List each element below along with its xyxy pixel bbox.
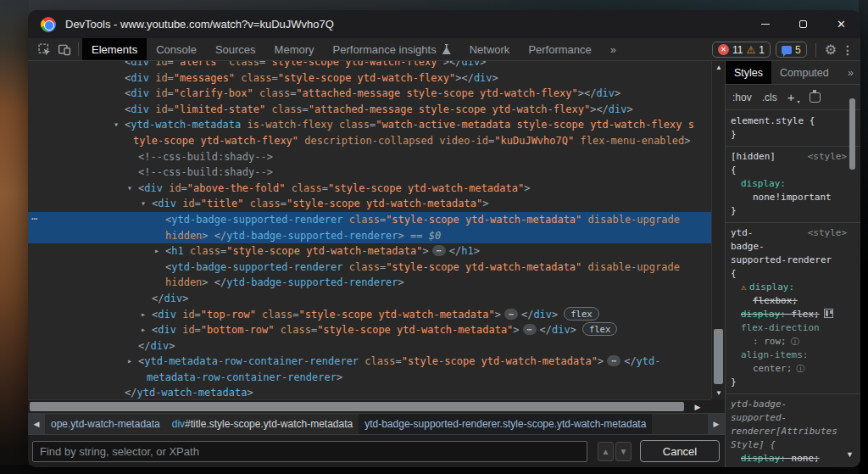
new-style-rule-button[interactable]: + [787, 90, 795, 104]
dom-tree-node[interactable]: <div id="alerts" class="style-scope ytd-… [28, 61, 711, 70]
breadcrumb-item[interactable]: ytd-badge-supported-renderer.style-scope… [359, 414, 652, 434]
styles-scrollbar[interactable] [849, 95, 856, 180]
expand-arrow-icon[interactable]: ▸ [141, 307, 146, 323]
styles-tab-styles[interactable]: Styles [726, 61, 771, 84]
style-rule-line[interactable]: : row;ⓘ [726, 335, 860, 349]
close-button[interactable]: ✕ [822, 10, 860, 38]
dom-tree-node[interactable]: tyle-scope ytd-watch-flexy" description-… [28, 133, 711, 149]
dom-tree-node[interactable]: <ytd-badge-supported-renderer class="sty… [28, 259, 711, 276]
styles-tab-more[interactable]: » [841, 61, 860, 84]
expand-arrow-icon[interactable]: ▸ [127, 354, 132, 370]
toggle-element-state-button[interactable]: :hov [732, 92, 752, 103]
style-rule-line[interactable]: align-items: [726, 349, 860, 362]
vertical-scrollbar-thumb[interactable] [714, 329, 723, 384]
more-options-icon[interactable]: ⋮ [842, 44, 854, 56]
dom-tree-node[interactable]: ▾<div id="above-the-fold" class="style-s… [28, 181, 711, 197]
horizontal-scrollbar[interactable]: ▶ [28, 399, 725, 413]
breadcrumb-scroll-left-icon[interactable]: ◀ [28, 414, 45, 434]
inspect-element-button[interactable] [34, 40, 54, 59]
style-rule-line[interactable]: badge- [726, 240, 860, 254]
maximize-button[interactable] [784, 10, 822, 38]
tab-performance[interactable]: Performance [519, 38, 600, 60]
dom-tree-node[interactable]: </div> [28, 338, 711, 354]
breadcrumb-item[interactable]: div#title.style-scope.ytd-watch-metadata [166, 414, 359, 434]
style-rule-line[interactable]: } [726, 204, 860, 218]
style-rule-line[interactable]: display: [726, 177, 860, 191]
dom-tree-node[interactable]: ▸<h1 class="style-scope ytd-watch-metada… [28, 243, 711, 259]
dom-tree-node[interactable]: <div id="limited-state" class="attached-… [28, 102, 711, 118]
collapse-arrow-icon[interactable]: ▾ [127, 181, 132, 197]
style-rule-line[interactable]: { [726, 164, 860, 177]
minimize-button[interactable] [746, 10, 784, 38]
search-previous-button[interactable]: ▲ [598, 442, 614, 461]
tab-elements[interactable]: Elements [82, 38, 147, 60]
scroll-up-icon[interactable]: ▲ [712, 64, 726, 71]
styles-scrollbar-thumb[interactable] [849, 98, 855, 170]
collapse-arrow-icon[interactable]: ▾ [114, 117, 119, 133]
style-rule-line[interactable]: flexbox; [726, 294, 860, 308]
dom-tree-node[interactable]: ▸<div id="top-row" class="style-scope yt… [28, 307, 711, 323]
dom-tree-node[interactable]: ▾<div id="title" class="style-scope ytd-… [28, 196, 711, 212]
expand-arrow-icon[interactable]: ▸ [141, 322, 146, 338]
dom-tree-node[interactable]: hidden> </ytd-badge-supported-renderer> … [28, 228, 711, 244]
device-toolbar-button[interactable] [54, 40, 75, 59]
style-rule-line[interactable]: display: none; [726, 452, 860, 466]
expand-arrow-icon[interactable]: ▸ [154, 243, 159, 259]
style-rule-line[interactable]: supported- [726, 411, 860, 425]
style-rule-line[interactable]: center;ⓘ [726, 362, 860, 376]
tab-sources[interactable]: Sources [206, 38, 265, 60]
dom-tree-node[interactable]: <div id="messages" class="style-scope yt… [28, 70, 711, 86]
element-classes-button[interactable]: .cls [762, 92, 777, 103]
dom-tree-node[interactable]: ▾<ytd-watch-metadata is-watch-flexy clas… [28, 117, 711, 133]
tab-performance-insights[interactable]: Performance insights [324, 38, 460, 60]
search-input[interactable] [32, 441, 587, 462]
style-rule-line[interactable]: display: flex; [726, 308, 860, 321]
collapse-arrow-icon[interactable]: ▾ [141, 196, 146, 212]
scroll-down-icon[interactable]: ▼ [712, 389, 726, 397]
style-rule-line[interactable]: ytd-<style> [726, 226, 860, 240]
style-rule-line[interactable]: ytd-badge- [726, 398, 860, 411]
settings-gear-icon[interactable]: ⚙ [825, 43, 837, 57]
tab-more[interactable]: » [601, 38, 626, 60]
style-rule-line[interactable]: } [726, 466, 860, 467]
dom-tree-node[interactable]: <div id="clarify-box" class="attached-me… [28, 86, 711, 102]
style-source-link[interactable]: <style> [808, 150, 847, 164]
dom-tree-node[interactable]: </div> [28, 291, 711, 307]
style-rule-line[interactable]: { [726, 267, 860, 281]
style-rule-line[interactable]: ⚠display: [726, 281, 860, 294]
horizontal-scrollbar-thumb[interactable] [30, 402, 684, 411]
search-next-button[interactable]: ▼ [615, 442, 632, 461]
breadcrumb-scroll-right-icon[interactable]: ▶ [708, 414, 725, 434]
style-rule-line[interactable]: supported-renderer [726, 254, 860, 267]
styles-tab-computed[interactable]: Computed [771, 61, 837, 84]
style-rule-line[interactable]: renderer[Attributes [726, 425, 860, 438]
flex-editor-icon[interactable] [824, 309, 833, 318]
dom-tree-node[interactable]: <!--css-build:shady--> [28, 165, 711, 181]
dom-tree-node[interactable]: ⋯<ytd-badge-supported-renderer class="st… [28, 212, 711, 228]
breadcrumb-item[interactable]: ope.ytd-watch-metadata [45, 414, 166, 434]
style-rule-line[interactable]: [hidden]<style> [726, 150, 860, 164]
cancel-button[interactable]: Cancel [640, 440, 720, 462]
node-menu-icon[interactable]: ⋯ [31, 211, 37, 227]
scroll-right-icon[interactable]: ▶ [689, 403, 706, 411]
tab-memory[interactable]: Memory [265, 38, 324, 60]
rendering-emulation-icon[interactable] [810, 92, 821, 103]
dom-tree-node[interactable]: hidden> </ytd-badge-supported-renderer> [28, 275, 711, 291]
messages-badge[interactable]: 5 [776, 42, 807, 58]
dom-tree-node[interactable]: metadata-row-container-renderer> [28, 370, 711, 386]
dom-tree-node[interactable]: ▸<div id="bottom-row" class="style-scope… [28, 322, 711, 338]
style-rule-line[interactable]: } [726, 376, 860, 389]
style-rule-line[interactable]: } [726, 128, 860, 142]
style-source-link[interactable]: <style> [808, 226, 847, 240]
tab-network[interactable]: Network [460, 38, 520, 60]
style-rule-line[interactable]: none!important [726, 191, 860, 204]
styles-scroll-down-icon[interactable]: ▼ [846, 450, 854, 459]
tab-console[interactable]: Console [147, 38, 206, 60]
style-rule-line[interactable]: Style] { [726, 438, 860, 452]
dom-tree-node[interactable]: </ytd-watch-metadata> [28, 385, 711, 399]
style-rule-line[interactable]: element.style { [726, 114, 860, 128]
issues-badge[interactable]: ✕ 11 ⚠ 1 [712, 42, 771, 58]
style-rule-line[interactable]: flex-direction [726, 321, 860, 335]
dom-tree-node[interactable]: ▸<ytd-metadata-row-container-renderer cl… [28, 354, 711, 370]
dom-tree-node[interactable]: <!--css-build:shady--> [28, 149, 711, 165]
